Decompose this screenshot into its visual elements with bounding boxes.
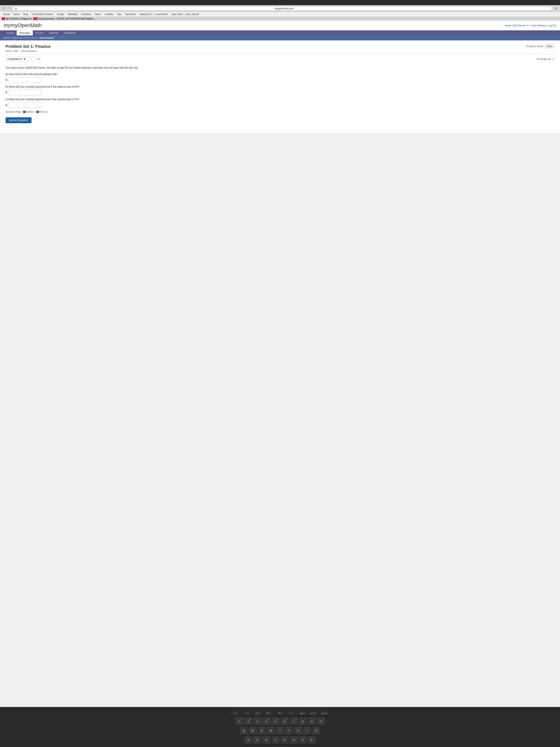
- key-e[interactable]: E: [258, 727, 266, 735]
- bookmark-google[interactable]: Google: [55, 12, 65, 16]
- key-0[interactable]: )0: [317, 717, 325, 725]
- video1-link[interactable]: ▷ Video 1: [23, 110, 35, 113]
- forward-button[interactable]: ⁰: [7, 6, 11, 10]
- key-1[interactable]: !1: [235, 717, 243, 725]
- breadcrumb-current: Assessment: [39, 36, 54, 39]
- back-button[interactable]: Z: [2, 6, 6, 10]
- key-f[interactable]: F: [271, 736, 279, 744]
- bookmark-tripadvisor[interactable]: TripAdvisor: [123, 12, 137, 16]
- score-value: Score: 2/50: [5, 50, 18, 52]
- bookmark-yahoo[interactable]: Yahoo: [12, 12, 21, 16]
- key-j[interactable]: J: [299, 736, 307, 744]
- fn-key-f5[interactable]: 🎤 F5: [275, 711, 285, 716]
- chegg-tab[interactable]: C My Overview | Chegg.com: [2, 18, 31, 20]
- refresh-button[interactable]: ↺: [554, 6, 558, 10]
- os-status: ›: [2, 1, 3, 4]
- fn-key-f4[interactable]: 🔍 F4: [264, 711, 274, 716]
- done-button[interactable]: Done: [544, 44, 555, 48]
- bookmark-facebook[interactable]: Facebook: [80, 12, 92, 16]
- key-7[interactable]: &7: [290, 717, 298, 725]
- question-select[interactable]: ● Question 17 ▼: [5, 56, 28, 61]
- key-6[interactable]: ^6: [281, 717, 289, 725]
- part-b-input[interactable]: [8, 90, 42, 95]
- fn-key-f7[interactable]: ◀◀ F7: [297, 711, 308, 716]
- key-9[interactable]: (9: [308, 717, 316, 725]
- nav-home[interactable]: Home: [505, 24, 511, 27]
- bookmark-twitter[interactable]: Twitter: [93, 12, 103, 16]
- key-g[interactable]: G: [281, 736, 289, 744]
- prev-question-button[interactable]: ‹: [29, 56, 34, 61]
- part-c-input[interactable]: [8, 102, 42, 108]
- nav-pipe2: |: [530, 24, 530, 27]
- key-t[interactable]: T: [276, 727, 284, 735]
- tab-forums[interactable]: Forums: [33, 30, 46, 35]
- bookmark-bing[interactable]: Bing: [22, 12, 29, 16]
- main-content: Problem Set 1: Finance Score: 2/50 1/20 …: [0, 41, 560, 133]
- submit-question-button[interactable]: Submit Question: [5, 117, 31, 123]
- nav-user-settings[interactable]: User Settings: [531, 24, 545, 27]
- bookmark-wikipedia[interactable]: Wikipedia: [66, 12, 79, 16]
- key-w[interactable]: W: [249, 727, 257, 735]
- fn-key-f3[interactable]: ⊞ F3: [252, 711, 263, 716]
- breadcrumb-course[interactable]: MAT106A OSA Fall 21: [13, 36, 37, 39]
- bookmark-weather-channel[interactable]: The Weather Channel: [30, 12, 55, 16]
- fn-key-f9[interactable]: ▶▶ F9: [319, 711, 330, 716]
- dollar-c: $: [5, 104, 7, 106]
- shuffle-button[interactable]: ⇄: [35, 56, 42, 61]
- key-k[interactable]: K: [308, 736, 316, 744]
- site-header: mymyOpenMath Home | My Classes ▼ | User …: [0, 21, 560, 30]
- secondary-tabs-bar: C My Overview | Chegg.com Bb Announcemen…: [0, 17, 560, 21]
- key-i[interactable]: I: [303, 727, 311, 735]
- address-bar[interactable]: 🔒 myopenmath.com: [12, 6, 552, 10]
- asdf-row: A S D F G H J K: [2, 736, 558, 744]
- key-s[interactable]: S: [254, 736, 262, 744]
- bookmark-linkedin[interactable]: LinkedIn: [103, 12, 115, 16]
- key-q[interactable]: Q: [240, 727, 248, 735]
- recycle-icon: ↺: [553, 58, 555, 60]
- key-3[interactable]: #3: [254, 717, 262, 725]
- bookmark-law-review[interactable]: Making the C...l Law Review: [138, 12, 169, 16]
- key-y[interactable]: Y: [285, 727, 293, 735]
- key-4[interactable]: $4: [262, 717, 271, 725]
- nav-my-classes[interactable]: My Classes: [513, 24, 526, 27]
- tab-course[interactable]: Course: [4, 30, 17, 35]
- nav-logout[interactable]: Log Out: [548, 24, 556, 27]
- key-5[interactable]: %5: [271, 717, 279, 725]
- video1-icon: ▷: [23, 111, 26, 113]
- problem-header: Problem Set 1: Finance Score: 2/50 1/20 …: [5, 44, 555, 52]
- key-a[interactable]: A: [244, 736, 252, 744]
- key-d[interactable]: D: [262, 736, 271, 744]
- key-h[interactable]: H: [290, 736, 298, 744]
- key-8[interactable]: *8: [299, 717, 307, 725]
- key-u[interactable]: U: [294, 727, 302, 735]
- key-2[interactable]: @2: [244, 717, 252, 725]
- fn-key-f1[interactable]: ⊙ F1: [230, 711, 241, 716]
- part-a-answer-row: $: [5, 77, 555, 83]
- qwerty-row: Q W E R T Y U I O: [2, 727, 558, 735]
- fn-key-f2[interactable]: ☀ F2: [241, 711, 252, 716]
- bb-tab[interactable]: Bb Announcements – 2021FA_MAT106AOSA Mat…: [33, 18, 95, 20]
- key-o[interactable]: O: [312, 727, 320, 735]
- breadcrumb: Home > MAT106A OSA Fall 21 > Assessment: [0, 35, 560, 41]
- url-text: myopenmath.com: [18, 7, 550, 10]
- tab-gradebook[interactable]: Gradebook: [61, 30, 78, 35]
- nav-arrow-down: ▼: [527, 24, 529, 27]
- question-help: Question Help: ▷ Video 1 ▷ Video 2: [5, 110, 555, 113]
- nav-pipe3: |: [546, 24, 547, 27]
- video2-link[interactable]: ▷ Video 2: [36, 110, 48, 113]
- bookmark-pdf[interactable]: https://www....ends_v05.pdf: [170, 12, 200, 16]
- fn-key-f8[interactable]: ▶‖ F8: [308, 711, 319, 716]
- breadcrumb-home[interactable]: Home: [4, 36, 10, 39]
- bookmark-icloud[interactable]: iCloud: [2, 12, 11, 16]
- bookmark-yelp[interactable]: Yelp: [115, 12, 123, 16]
- fn-key-f6[interactable]: ☾ F6: [286, 711, 296, 716]
- chegg-icon: C: [2, 18, 5, 20]
- problem-title: Problem Set 1: Finance: [5, 44, 51, 49]
- tab-messages[interactable]: Messages: [17, 30, 33, 35]
- part-a-input[interactable]: [8, 77, 42, 83]
- question-text: You want to buy a $228,000 home. You pla…: [5, 66, 555, 70]
- question-body: You want to buy a $228,000 home. You pla…: [5, 66, 138, 69]
- tab-calendar[interactable]: Calendar: [46, 30, 61, 35]
- chegg-label: My Overview | Chegg.com: [5, 18, 32, 20]
- key-r[interactable]: R: [267, 727, 275, 735]
